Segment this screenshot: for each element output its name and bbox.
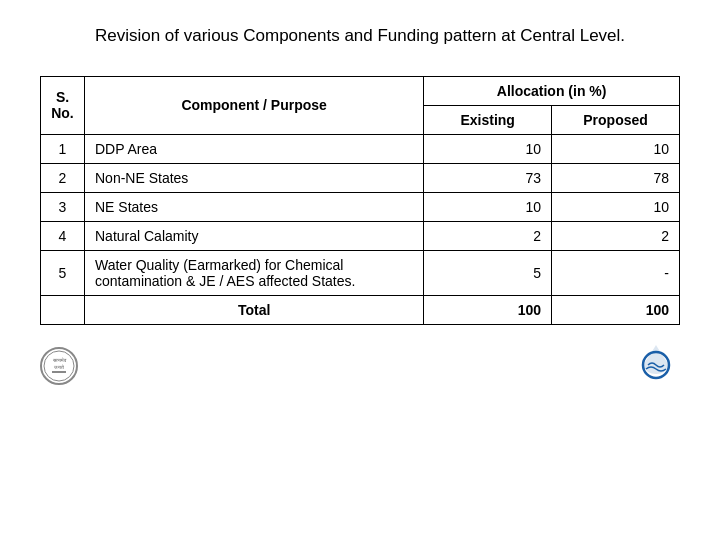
logo-svg: सत्यमेव जयते — [42, 349, 76, 383]
cell-existing: 73 — [424, 163, 552, 192]
water-logo-svg — [632, 337, 680, 385]
cell-component: DDP Area — [84, 134, 423, 163]
header-sno: S.No. — [41, 76, 85, 134]
footer-left-logo: सत्यमेव जयते — [40, 347, 78, 388]
header-row-1: S.No. Component / Purpose Allocation (in… — [41, 76, 680, 105]
total-sno-cell — [41, 295, 85, 324]
footer: सत्यमेव जयते — [40, 337, 680, 388]
cell-sno: 3 — [41, 192, 85, 221]
cell-proposed: 78 — [552, 163, 680, 192]
government-logo: सत्यमेव जयते — [40, 347, 78, 385]
cell-component: Water Quality (Earmarked) for Chemical c… — [84, 250, 423, 295]
table-row: 3NE States1010 — [41, 192, 680, 221]
cell-proposed: 10 — [552, 192, 680, 221]
header-allocation: Allocation (in %) — [424, 76, 680, 105]
cell-sno: 2 — [41, 163, 85, 192]
cell-existing: 5 — [424, 250, 552, 295]
cell-proposed: 10 — [552, 134, 680, 163]
table-row: 1DDP Area1010 — [41, 134, 680, 163]
page: Revision of various Components and Fundi… — [0, 0, 720, 540]
total-existing: 100 — [424, 295, 552, 324]
total-label: Total — [84, 295, 423, 324]
cell-sno: 4 — [41, 221, 85, 250]
cell-component: Natural Calamity — [84, 221, 423, 250]
svg-rect-3 — [52, 371, 66, 373]
cell-proposed: 2 — [552, 221, 680, 250]
cell-component: NE States — [84, 192, 423, 221]
cell-proposed: - — [552, 250, 680, 295]
svg-text:जयते: जयते — [53, 364, 64, 370]
page-title: Revision of various Components and Fundi… — [95, 24, 625, 48]
header-proposed: Proposed — [552, 105, 680, 134]
total-row: Total100100 — [41, 295, 680, 324]
header-component: Component / Purpose — [84, 76, 423, 134]
cell-existing: 10 — [424, 134, 552, 163]
table-row: 4Natural Calamity22 — [41, 221, 680, 250]
table-row: 5Water Quality (Earmarked) for Chemical … — [41, 250, 680, 295]
cell-sno: 1 — [41, 134, 85, 163]
cell-existing: 2 — [424, 221, 552, 250]
allocation-table: S.No. Component / Purpose Allocation (in… — [40, 76, 680, 325]
svg-text:सत्यमेव: सत्यमेव — [52, 357, 67, 363]
cell-sno: 5 — [41, 250, 85, 295]
footer-right-logo — [632, 337, 680, 388]
cell-component: Non-NE States — [84, 163, 423, 192]
header-existing: Existing — [424, 105, 552, 134]
cell-existing: 10 — [424, 192, 552, 221]
table-row: 2Non-NE States7378 — [41, 163, 680, 192]
total-proposed: 100 — [552, 295, 680, 324]
